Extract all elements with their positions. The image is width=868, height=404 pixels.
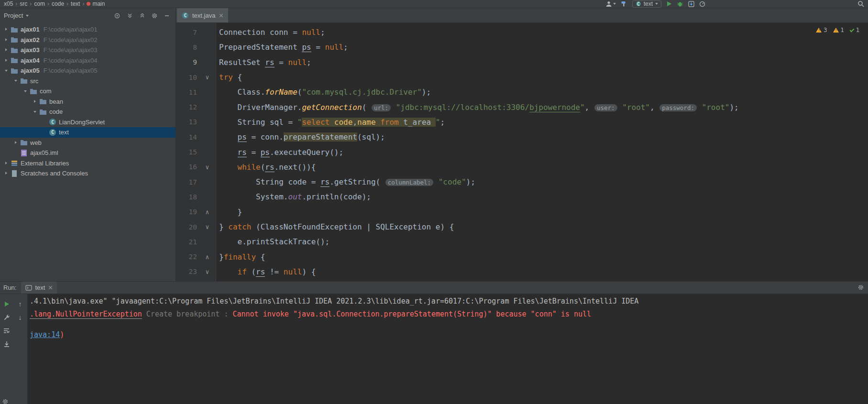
chevron-right-icon[interactable] (4, 37, 9, 43)
profiler-button[interactable] (699, 1, 705, 7)
tree-item-ajax05[interactable]: ajax05F:\code\ajax\ajax05 (0, 66, 176, 76)
run-tab-text[interactable]: text (21, 282, 57, 294)
wrench-button[interactable] (2, 313, 11, 322)
tree-item-ajax05-iml[interactable]: ajax05.iml (0, 148, 176, 158)
inspection-ok-badge[interactable]: 1 (850, 27, 859, 33)
chevron-right-icon[interactable] (4, 58, 9, 63)
chevron-right-icon[interactable] (13, 140, 19, 145)
code-token: password: (659, 104, 697, 111)
user-button[interactable] (605, 0, 616, 7)
breadcrumb-item[interactable]: main (87, 0, 105, 7)
close-icon[interactable] (48, 285, 53, 290)
chevron-right-icon[interactable] (4, 27, 9, 32)
build-button[interactable] (621, 0, 627, 7)
code-token: "root" (622, 103, 650, 112)
stacktrace-link[interactable]: java:14 (30, 330, 60, 339)
tree-item-label: web (30, 139, 42, 146)
tree-item-scratches-and-consoles[interactable]: Scratches and Consoles (0, 168, 176, 179)
fold-down-icon[interactable] (199, 224, 216, 230)
tree-item-external-libraries[interactable]: External Libraries (0, 158, 176, 169)
breadcrumb-item[interactable]: code (52, 0, 64, 7)
code-line-20[interactable]: 20} catch (ClassNotFoundException | SQLE… (176, 219, 868, 234)
code-line-11[interactable]: 11 Class.forName("com.mysql.cj.jdbc.Driv… (176, 85, 868, 99)
code-line-17[interactable]: 17 String code = rs.getString( columnLab… (176, 175, 868, 189)
breadcrumb-item[interactable]: com (34, 0, 45, 7)
code-line-7[interactable]: 7Connection conn = null; (176, 25, 868, 40)
code-token (330, 118, 334, 127)
chevron-down-icon[interactable] (4, 68, 9, 73)
code-line-22[interactable]: 22}finally { (176, 249, 868, 264)
code-editor[interactable]: 7Connection conn = null;8PreparedStateme… (176, 23, 868, 281)
line-number: 13 (176, 118, 199, 126)
tree-item-label: Scratches and Consoles (21, 170, 88, 177)
tree-item-ajax01[interactable]: ajax01F:\code\ajax\ajax01 (0, 24, 176, 35)
tree-item-web[interactable]: web (0, 138, 176, 148)
breadcrumb-item[interactable]: text (71, 0, 80, 7)
tree-item-ajax03[interactable]: ajax03F:\code\ajax\ajax03 (0, 45, 176, 55)
inspection-warning-badge[interactable]: 3 (816, 27, 827, 33)
gear-icon[interactable] (150, 11, 159, 21)
breadcrumb-item[interactable]: src (20, 0, 27, 7)
tree-item-ajax02[interactable]: ajax02F:\code\ajax\ajax02 (0, 35, 176, 45)
tree-item-bean[interactable]: bean (0, 97, 176, 107)
hide-panel-button[interactable] (162, 11, 172, 21)
code-line-18[interactable]: 18 System.out.println(code); (176, 189, 868, 204)
code-token (219, 148, 238, 157)
gear-icon[interactable] (2, 398, 9, 404)
scroll-to-end-button[interactable] (2, 340, 11, 349)
rerun-button[interactable] (2, 300, 11, 308)
chevron-right-icon[interactable] (33, 99, 38, 104)
down-stack-button[interactable] (16, 313, 24, 322)
fold-down-icon[interactable] (199, 269, 216, 275)
chevron-down-icon[interactable] (13, 78, 19, 84)
code-line-16[interactable]: 16 while(rs.next()){ (176, 160, 868, 175)
fold-up-icon[interactable] (199, 254, 216, 260)
chevron-right-icon[interactable] (4, 47, 9, 53)
inspection-warning-badge[interactable]: 1 (833, 27, 844, 33)
code-line-19[interactable]: 19 } (176, 205, 868, 219)
code-line-10[interactable]: 10try { (176, 70, 868, 85)
method-icon (87, 2, 90, 6)
tree-item-ajax04[interactable]: ajax04F:\code\ajax\ajax04 (0, 55, 176, 66)
code-line-8[interactable]: 8PreparedStatement ps = null; (176, 40, 868, 55)
tree-item-com[interactable]: com (0, 86, 176, 97)
soft-wrap-button[interactable] (2, 327, 11, 335)
up-stack-button[interactable] (16, 300, 24, 308)
coverage-button[interactable] (688, 1, 694, 7)
run-button[interactable] (666, 1, 672, 7)
locate-file-button[interactable] (112, 11, 122, 21)
chevron-right-icon[interactable] (4, 161, 9, 166)
code-line-14[interactable]: 14 ps = conn.prepareStatement(sql); (176, 130, 868, 144)
tree-item-text[interactable]: text (0, 127, 176, 138)
close-icon[interactable] (219, 13, 223, 18)
debug-button[interactable] (677, 1, 683, 7)
code-token: , (352, 118, 357, 127)
fold-down-icon[interactable] (199, 164, 216, 170)
gear-icon[interactable] (857, 284, 864, 293)
fold-up-icon[interactable] (199, 209, 216, 215)
code-line-12[interactable]: 12 DriverManager.getConnection( url: "jd… (176, 99, 868, 114)
chevron-down-icon[interactable] (23, 88, 28, 94)
fold-down-icon[interactable] (199, 74, 216, 80)
project-panel-title[interactable]: Project (4, 12, 23, 19)
chevron-right-icon[interactable] (4, 171, 9, 176)
check-icon (849, 27, 854, 32)
code-line-23[interactable]: 23 if (rs != null) { (176, 264, 868, 279)
console-output[interactable]: .4.1\bin\java.exe" "javaagent:C:\Program… (28, 294, 868, 404)
code-line-21[interactable]: 21 e.printStackTrace(); (176, 234, 868, 249)
breadcrumb-item[interactable]: x05 (4, 0, 13, 7)
code-line-15[interactable]: 15 rs = ps.executeQuery(); (176, 144, 868, 159)
collapse-all-button[interactable] (137, 11, 147, 21)
tree-item-code[interactable]: code (0, 107, 176, 117)
search-button[interactable] (857, 0, 864, 7)
play-icon (666, 1, 672, 7)
tab-text-java[interactable]: text.java (177, 8, 228, 22)
chevron-down-icon[interactable] (33, 109, 38, 114)
code-line-13[interactable]: 13 String sql = "select code,name from t… (176, 115, 868, 130)
run-config-combo[interactable]: text (632, 0, 661, 8)
tree-item-src[interactable]: src (0, 76, 176, 87)
tree-item-liandongservlet[interactable]: LianDongServlet (0, 117, 176, 128)
expand-all-button[interactable] (125, 11, 134, 21)
code-line-9[interactable]: 9ResultSet rs = null; (176, 55, 868, 70)
line-number: 17 (176, 178, 199, 186)
